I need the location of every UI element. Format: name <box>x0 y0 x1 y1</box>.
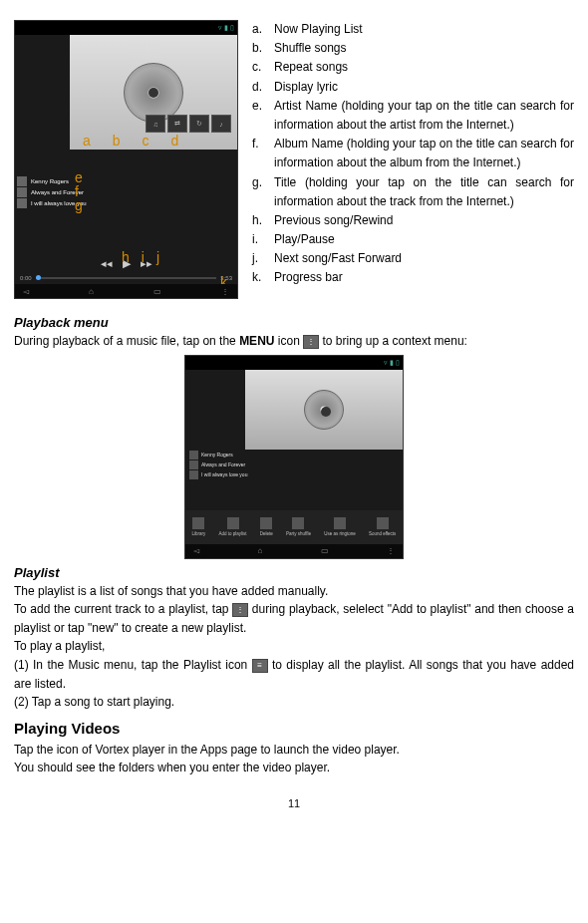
playback-menu-heading: Playback menu <box>14 315 574 330</box>
playlist-icon: ≡ <box>252 659 268 673</box>
page-number: 11 <box>14 797 574 809</box>
list-2: Kenny Rogers Always and Forever I will a… <box>189 451 247 479</box>
videos-p1: Tap the icon of Vortex player in the App… <box>14 741 574 760</box>
labels-efg: e f g <box>75 170 83 212</box>
nav-bar: ◅⌂▭⋮ <box>15 284 237 298</box>
menu-icon: ⋮ <box>303 335 319 349</box>
menu-icon: ⋮ <box>232 603 248 617</box>
playlist-step2: (2) Tap a song to start playing. <box>14 693 574 712</box>
context-menu: Library Add to playlist Delete Party shu… <box>185 510 403 544</box>
playback-menu-text: During playback of a music file, tap on … <box>14 332 574 351</box>
playlist-heading: Playlist <box>14 565 574 580</box>
player-screenshot: ▿▮▯ ♫ ⇄ ↻ ♪ a b c d Kenny Rogers Always … <box>14 20 238 299</box>
menu-screenshot: ▿▮▯ Kenny Rogers Always and Forever I wi… <box>184 355 404 559</box>
progress-area: 0:00 3:53 <box>15 272 237 284</box>
mini-controls: ♫ ⇄ ↻ ♪ <box>146 115 231 133</box>
videos-heading: Playing Videos <box>14 720 574 737</box>
status-bar: ▿▮▯ <box>185 356 403 370</box>
labels-abcd: a b c d <box>83 133 178 149</box>
playlist-p3: To play a playlist, <box>14 637 574 656</box>
nav-bar-2: ◅⌂▭⋮ <box>185 544 403 558</box>
playlist-p1: The playlist is a list of songs that you… <box>14 582 574 601</box>
album-art-2 <box>245 370 403 450</box>
labels-hij: h i j <box>122 249 159 265</box>
playlist-p2: To add the current track to a playlist, … <box>14 600 574 637</box>
status-bar: ▿▮▯ <box>15 21 237 35</box>
videos-p2: You should see the folders when you ente… <box>14 759 574 777</box>
legend-list: a.Now Playing List b.Shuffle songs c.Rep… <box>252 20 574 299</box>
playlist-step1: (1) In the Music menu, tap the Playlist … <box>14 656 574 693</box>
